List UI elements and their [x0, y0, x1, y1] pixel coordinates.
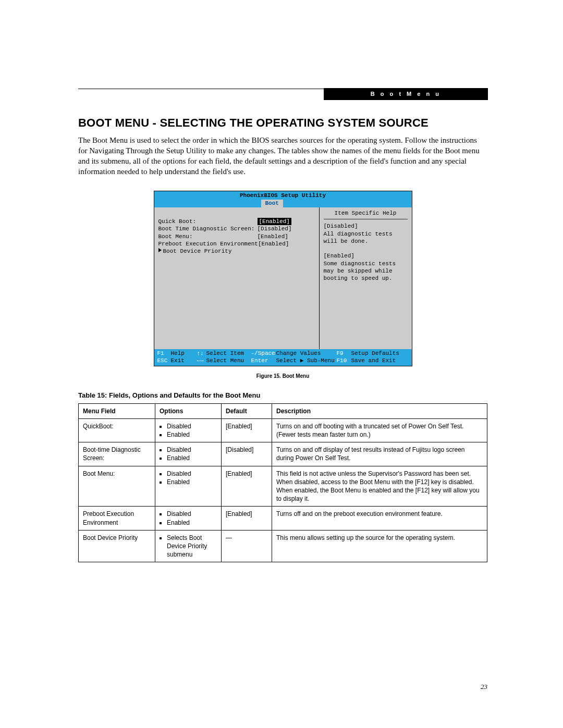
cell-options: DisabledEnabled [155, 442, 222, 466]
cell-description: Turns on and off display of test results… [272, 442, 487, 466]
bios-submenu-bootpriority: Boot Device Priority [158, 248, 315, 255]
intro-paragraph: The Boot Menu is used to select the orde… [78, 135, 487, 177]
cell-default: [Enabled] [222, 418, 272, 442]
bios-field-pxe: Preboot Execution Environment [Enabled] [158, 240, 315, 248]
option-item: Disabled [167, 422, 217, 430]
header-rule: B o o t M e n u [78, 89, 487, 89]
bios-tab-boot: Boot [261, 200, 283, 207]
table-row: QuickBoot:DisabledEnabled[Enabled]Turns … [79, 418, 487, 442]
cell-menufield: QuickBoot: [79, 418, 155, 442]
option-item: Selects Boot Device Priority submenu [167, 534, 217, 559]
bios-screenshot: PhoenixBIOS Setup Utility Boot Quick Boo… [154, 191, 412, 366]
figure-caption: Figure 15. Boot Menu [78, 373, 487, 380]
option-item: Enabled [167, 430, 217, 439]
cell-default: [Enabled] [222, 507, 272, 530]
cell-description: Turns off and on the preboot execution e… [272, 507, 487, 530]
cell-menufield: Boot Device Priority [79, 530, 155, 562]
col-header-menufield: Menu Field [79, 403, 155, 418]
cell-options: DisabledEnabled [155, 466, 222, 507]
bios-field-quickboot: Quick Boot: [Enabled] [158, 218, 315, 225]
bios-tabs: Boot [154, 200, 412, 207]
cell-default: [Disabled] [222, 442, 272, 466]
table-title: Table 15: Fields, Options and Defaults f… [78, 391, 487, 400]
bios-help-panel: Item Specific Help [Disabled] All diagno… [320, 207, 412, 349]
bios-help-body: [Disabled] All diagnostic tests will be … [324, 223, 408, 282]
triangle-right-icon [158, 248, 162, 252]
option-item: Disabled [167, 446, 217, 454]
option-item: Enabled [167, 519, 217, 527]
section-tab: B o o t M e n u [324, 88, 488, 100]
table-row: Boot Menu:DisabledEnabled[Enabled]This f… [79, 466, 487, 507]
bios-fields-panel: Quick Boot: [Enabled] Boot Time Diagnost… [154, 207, 320, 349]
bios-help-title: Item Specific Help [324, 209, 408, 219]
cell-menufield: Boot Menu: [79, 466, 155, 507]
boot-menu-table: Menu Field Options Default Description Q… [78, 403, 487, 563]
table-header-row: Menu Field Options Default Description [79, 403, 487, 418]
page-title: BOOT MENU - SELECTING THE OPERATING SYST… [78, 115, 487, 131]
bios-title: PhoenixBIOS Setup Utility [154, 191, 412, 200]
col-header-options: Options [155, 403, 222, 418]
bios-field-bootmenu: Boot Menu: [Enabled] [158, 233, 315, 240]
cell-description: Turns on and off booting with a truncate… [272, 418, 487, 442]
option-item: Disabled [167, 470, 217, 478]
cell-menufield: Preboot Execution Environment [79, 507, 155, 530]
cell-default: — [222, 530, 272, 562]
col-header-description: Description [272, 403, 487, 418]
cell-options: DisabledEnabled [155, 418, 222, 442]
cell-menufield: Boot-time Diagnostic Screen: [79, 442, 155, 466]
table-row: Preboot Execution EnvironmentDisabledEna… [79, 507, 487, 530]
cell-default: [Enabled] [222, 466, 272, 507]
option-item: Enabled [167, 454, 217, 462]
page-number: 23 [481, 682, 487, 692]
cell-options: Selects Boot Device Priority submenu [155, 530, 222, 562]
option-item: Disabled [167, 510, 217, 518]
table-row: Boot-time Diagnostic Screen:DisabledEnab… [79, 442, 487, 466]
col-header-default: Default [222, 403, 272, 418]
table-row: Boot Device PrioritySelects Boot Device … [79, 530, 487, 562]
option-item: Enabled [167, 478, 217, 486]
cell-description: This menu allows setting up the source f… [272, 530, 487, 562]
bios-footer: F1 Help ↑↓ Select Item -/Space Change Va… [154, 349, 412, 366]
cell-description: This field is not active unless the Supe… [272, 466, 487, 507]
bios-field-diagscreen: Boot Time Diagnostic Screen: [Disabled] [158, 225, 315, 232]
cell-options: DisabledEnabled [155, 507, 222, 530]
